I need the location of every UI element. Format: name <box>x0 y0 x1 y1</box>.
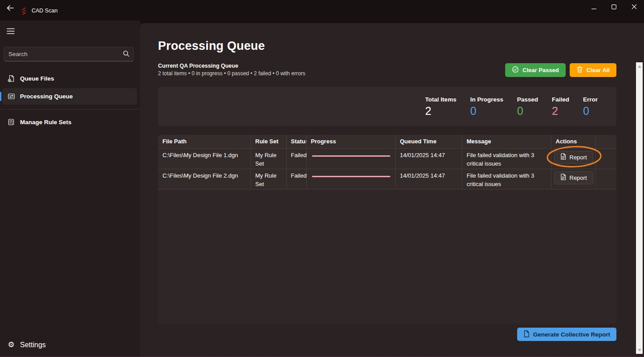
column-header-queued-time[interactable]: Queued Time <box>395 135 462 148</box>
report-button[interactable]: Report <box>554 171 593 184</box>
stat-label: Total Items <box>425 96 456 103</box>
queue-icon <box>2 93 20 100</box>
close-button[interactable] <box>624 0 644 14</box>
scroll-up-icon <box>638 65 641 68</box>
check-circle-icon <box>512 66 519 74</box>
stat-value: 0 <box>470 105 503 117</box>
maximize-icon <box>612 4 616 11</box>
titlebar: CAD Scan <box>0 0 644 21</box>
cell-queued-time: 14/01/2025 14:47 <box>395 169 462 189</box>
generate-report-label: Generate Collective Report <box>533 331 610 338</box>
close-icon <box>632 4 637 11</box>
sidebar-item-queue-files[interactable]: Queue Files <box>2 70 137 87</box>
report-button-label: Report <box>570 154 587 161</box>
report-document-icon <box>560 174 566 182</box>
page-title: Processing Queue <box>158 38 616 53</box>
clear-all-button[interactable]: Clear All <box>570 63 616 77</box>
stat-failed: Failed 2 <box>552 96 569 117</box>
cell-file-path: C:\Files\My Design File 1.dgn <box>158 148 251 169</box>
stat-error: Error 0 <box>583 96 598 117</box>
table-body: C:\Files\My Design File 1.dgn My Rule Se… <box>158 148 616 189</box>
stat-total-items: Total Items 2 <box>425 96 456 117</box>
stat-label: Failed <box>552 96 569 103</box>
header-buttons: Clear Passed Clear All <box>505 63 616 77</box>
column-header-status[interactable]: Status <box>286 135 306 148</box>
cell-progress <box>306 148 395 169</box>
column-header-filler <box>595 135 616 148</box>
minimize-icon <box>591 4 596 11</box>
cell-actions: Report <box>551 148 595 169</box>
queue-summary: 2 total items • 0 in progress • 0 passed… <box>158 70 305 77</box>
column-header-progress[interactable]: Progress <box>306 135 395 148</box>
cell-progress <box>306 169 395 189</box>
queue-table: File Path Rule Set Status Progress Queue… <box>158 135 616 190</box>
stat-label: Passed <box>517 96 538 103</box>
stat-value: 2 <box>425 105 456 117</box>
stat-label: Error <box>583 96 598 103</box>
stat-value: 0 <box>583 105 598 117</box>
queue-header-text: Current QA Processing Queue 2 total item… <box>158 62 305 77</box>
sidebar-nav: Queue Files Processing Queue <box>0 70 140 132</box>
cell-message: File failed validation with 3 critical i… <box>462 169 551 189</box>
queue-table-card: File Path Rule Set Status Progress Queue… <box>158 135 616 324</box>
stat-in-progress: In Progress 0 <box>470 96 503 117</box>
clear-all-label: Clear All <box>587 67 610 73</box>
column-header-file-path[interactable]: File Path <box>158 135 251 148</box>
search-box <box>4 47 134 61</box>
app-logo-icon <box>21 7 28 15</box>
sidebar-item-processing-queue[interactable]: Processing Queue <box>2 88 137 105</box>
cell-queued-time: 14/01/2025 14:47 <box>395 148 462 169</box>
sidebar: Queue Files Processing Queue <box>0 20 140 357</box>
scroll-down-button[interactable] <box>636 347 643 353</box>
cell-rule-set: My Rule Set <box>251 169 286 189</box>
progress-track <box>312 176 390 177</box>
cell-filler <box>595 169 616 189</box>
table-row[interactable]: C:\Files\My Design File 1.dgn My Rule Se… <box>158 148 616 169</box>
main-panel: Processing Queue Current QA Processing Q… <box>140 23 644 357</box>
progress-bar <box>312 176 390 177</box>
rule-set-icon <box>2 118 20 126</box>
gear-icon: ⚙ <box>2 341 20 349</box>
document-icon <box>523 330 530 339</box>
sidebar-item-label: Queue Files <box>20 75 54 82</box>
stat-passed: Passed 0 <box>517 96 538 117</box>
cell-file-path: C:\Files\My Design File 2.dgn <box>158 169 251 189</box>
scroll-up-button[interactable] <box>636 63 643 69</box>
sidebar-item-label: Manage Rule Sets <box>20 119 72 126</box>
column-header-rule-set[interactable]: Rule Set <box>251 135 286 148</box>
search-icon <box>123 50 130 58</box>
stat-label: In Progress <box>470 96 503 103</box>
column-header-message[interactable]: Message <box>462 135 551 148</box>
table-row[interactable]: C:\Files\My Design File 2.dgn My Rule Se… <box>158 169 616 189</box>
file-add-icon <box>2 75 20 82</box>
cell-rule-set: My Rule Set <box>251 148 286 169</box>
clear-passed-label: Clear Passed <box>522 67 559 73</box>
minimize-button[interactable] <box>584 0 604 14</box>
search-input[interactable] <box>4 51 118 57</box>
vertical-scrollbar[interactable] <box>636 62 643 354</box>
search-button[interactable] <box>118 47 134 61</box>
table-header-row: File Path Rule Set Status Progress Queue… <box>158 135 616 148</box>
sidebar-item-manage-rule-sets[interactable]: Manage Rule Sets <box>2 114 137 130</box>
column-header-actions[interactable]: Actions <box>551 135 595 148</box>
maximize-button[interactable] <box>604 0 624 14</box>
hamburger-menu-button[interactable] <box>4 26 18 37</box>
progress-bar <box>312 155 390 157</box>
report-button-label: Report <box>570 174 587 181</box>
sidebar-item-settings[interactable]: ⚙ Settings <box>2 337 137 353</box>
hamburger-icon <box>7 28 15 36</box>
sidebar-divider <box>0 109 140 110</box>
report-document-icon <box>560 153 566 161</box>
back-button[interactable] <box>3 2 18 15</box>
sidebar-item-label: Processing Queue <box>20 93 73 100</box>
trash-icon <box>576 66 583 74</box>
stats-card: Total Items 2 In Progress 0 Passed 0 Fai… <box>158 87 616 126</box>
app-title: CAD Scan <box>32 8 57 14</box>
section-title: Current QA Processing Queue <box>158 62 305 70</box>
cell-actions: Report <box>551 169 595 189</box>
clear-passed-button[interactable]: Clear Passed <box>505 63 566 77</box>
report-button[interactable]: Report <box>554 151 593 164</box>
stat-value: 0 <box>517 105 538 117</box>
generate-report-button[interactable]: Generate Collective Report <box>517 328 616 341</box>
cell-status: Failed <box>286 148 306 169</box>
